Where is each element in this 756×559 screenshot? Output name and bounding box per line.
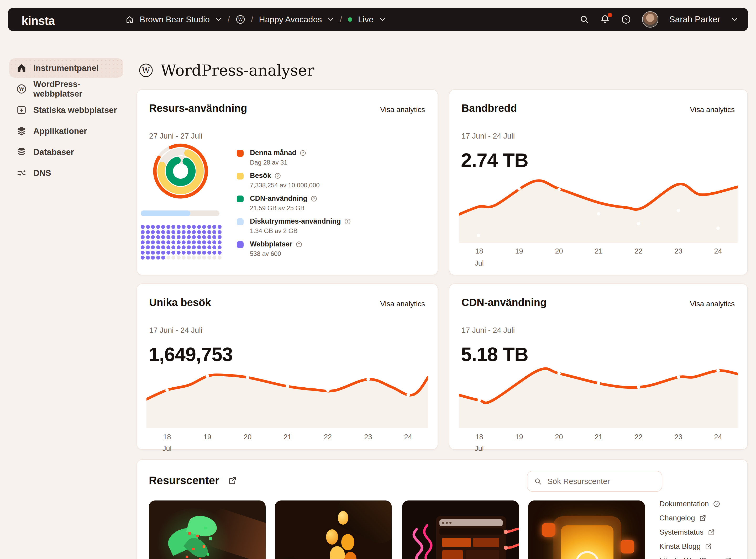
dot-filled [166, 225, 170, 229]
x-axis-labels: 18192021222324 [459, 433, 738, 442]
wordpress-icon[interactable]: W [236, 15, 245, 24]
home-icon[interactable] [126, 15, 134, 24]
sidebar-item-statiska-webbplatser[interactable]: Statiska webbplatser [9, 100, 124, 120]
dot-empty [172, 255, 175, 260]
dot-filled [187, 230, 191, 234]
dot-filled [177, 251, 181, 254]
resource-thumbnail-dashboard-cables[interactable] [402, 500, 519, 559]
user-avatar[interactable] [642, 11, 658, 27]
svg-text:W: W [19, 86, 24, 92]
resource-thumbnail-pouring-shapes[interactable] [275, 500, 392, 559]
search-input[interactable] [547, 476, 655, 486]
resource-thumbnail-wordpress-portal[interactable]: W [528, 500, 645, 559]
x-axis-tick-label: 20 [237, 433, 258, 441]
breadcrumb-environment[interactable]: Live [358, 15, 374, 24]
dot-filled [172, 225, 175, 229]
dot-filled [172, 230, 175, 234]
notifications-bell-icon[interactable] [600, 15, 610, 24]
legend-value: 7,338,254 av 10,000,000 [250, 182, 320, 189]
help-icon[interactable]: ? [274, 173, 281, 179]
link-systemstatus[interactable]: Systemstatus [660, 528, 732, 537]
legend-label: Besök [250, 172, 271, 180]
dot-filled [202, 251, 206, 254]
help-icon: ? [713, 500, 720, 508]
link-dokumentation[interactable]: Dokumentation ? [660, 499, 732, 508]
date-range: 27 Juni - 27 Juli [149, 132, 202, 140]
data-point-marker [557, 188, 561, 191]
dot-empty [166, 255, 170, 260]
kinsta-logo[interactable]: kinsta [22, 14, 55, 28]
resource-thumbnail-plant-growth[interactable] [149, 500, 266, 559]
dot-empty [218, 255, 222, 260]
sidebar-item-wordpress-webbplatser[interactable]: W WordPress-webbplatser [9, 79, 124, 99]
help-icon[interactable]: ? [344, 218, 351, 225]
legend-label: Denna månad [250, 149, 296, 157]
notification-badge [608, 13, 612, 17]
dot-filled [141, 235, 144, 239]
home-icon [17, 63, 26, 73]
x-axis-tick-label: 24 [398, 433, 419, 441]
view-analytics-link[interactable]: Visa analytics [690, 106, 735, 114]
link-changelog[interactable]: Changelog [660, 513, 732, 522]
dot-filled [207, 245, 211, 249]
svg-text:?: ? [302, 151, 304, 155]
data-point-marker [716, 369, 720, 373]
external-link-icon [705, 543, 712, 550]
dot-filled [177, 230, 181, 234]
bandwidth-card: Bandbredd Visa analytics 17 Juni - 24 Ju… [449, 89, 748, 275]
dot-filled [146, 230, 150, 234]
dot-filled [187, 225, 191, 229]
dot-filled [166, 251, 170, 254]
data-point-marker [637, 222, 640, 225]
applications-icon [17, 126, 26, 136]
sites-dot-grid [141, 225, 222, 260]
sidebar-item-databaser[interactable]: Databaser [9, 142, 124, 162]
x-axis-tick-label: 22 [317, 433, 338, 441]
sidebar-item-dns[interactable]: DNS [9, 163, 124, 183]
dot-filled [197, 225, 201, 229]
x-axis-tick-label: 20 [549, 433, 570, 441]
x-axis-tick-label: 19 [197, 433, 218, 441]
sidebar-item-label: Instrumentpanel [34, 63, 99, 73]
breadcrumb: Brown Bear Studio / W / Happy Avocados /… [126, 8, 385, 31]
external-link-icon[interactable] [228, 476, 237, 485]
dot-empty [177, 255, 181, 260]
user-name[interactable]: Sarah Parker [669, 15, 720, 24]
legend-swatch [237, 241, 244, 248]
sidebar-item-instrumentpanel[interactable]: Instrumentpanel [9, 58, 124, 78]
link-lar-dig-wordpress[interactable]: Lär dig WordPress [660, 556, 732, 559]
view-analytics-link[interactable]: Visa analytics [380, 300, 425, 308]
chevron-down-icon[interactable] [731, 17, 738, 22]
dot-filled [156, 240, 160, 244]
month-label: Jul [469, 259, 490, 267]
dot-filled [172, 251, 175, 254]
sidebar-item-applikationer[interactable]: Applikationer [9, 121, 124, 141]
breadcrumb-company[interactable]: Brown Bear Studio [140, 15, 210, 24]
dot-filled [192, 240, 196, 244]
chevron-down-icon[interactable] [328, 18, 334, 21]
x-axis-tick-label: 24 [708, 247, 729, 255]
link-kinsta-blogg[interactable]: Kinsta Blogg [660, 542, 732, 551]
view-analytics-link[interactable]: Visa analytics [690, 300, 735, 308]
svg-text:?: ? [716, 502, 718, 506]
breadcrumb-site[interactable]: Happy Avocados [259, 15, 322, 24]
data-point-marker [477, 399, 481, 402]
search-icon [534, 477, 541, 486]
x-axis-tick-label: 23 [668, 247, 689, 255]
chevron-down-icon[interactable] [216, 18, 222, 21]
dot-filled [141, 240, 144, 244]
help-icon[interactable]: ? [311, 195, 317, 202]
month-label: Jul [156, 445, 177, 453]
dot-filled [151, 255, 155, 260]
chevron-down-icon[interactable] [379, 18, 385, 21]
wordpress-icon: W [139, 63, 153, 78]
view-analytics-link[interactable]: Visa analytics [380, 106, 425, 114]
data-point-marker [677, 209, 680, 212]
help-icon[interactable]: ? [621, 15, 631, 24]
help-icon[interactable]: ? [299, 150, 306, 156]
sidebar-item-label: Applikationer [34, 126, 87, 136]
help-icon[interactable]: ? [295, 241, 303, 248]
search-icon[interactable] [580, 15, 589, 24]
dot-filled [166, 235, 170, 239]
dot-filled [177, 225, 181, 229]
